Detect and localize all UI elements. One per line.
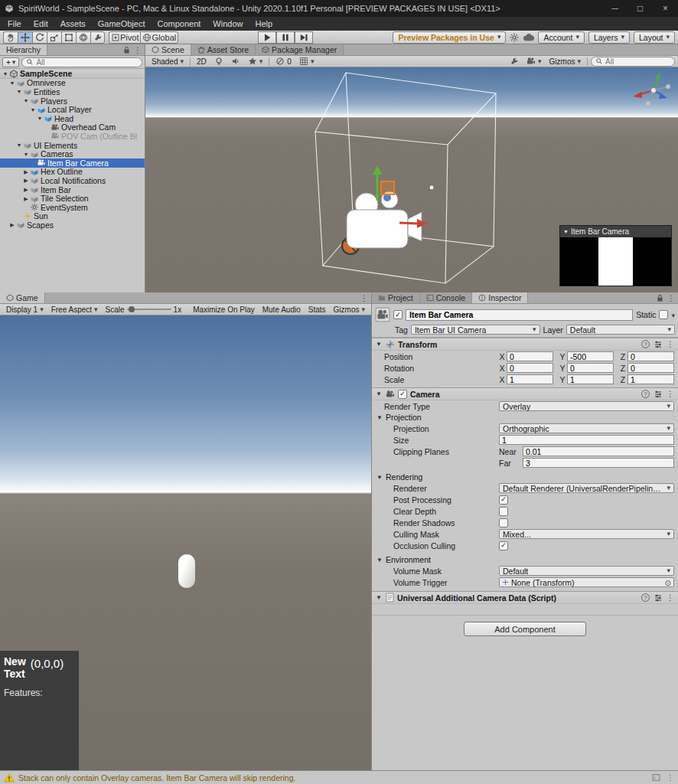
transform-tool-button[interactable] [76,31,90,44]
hierarchy-item[interactable]: UI Elements [0,141,145,150]
hierarchy-item[interactable]: Sun [0,212,145,221]
help-icon[interactable]: ? [641,390,650,398]
account-dropdown[interactable]: Account [538,31,584,44]
hierarchy-item-samplescene[interactable]: SampleScene [0,70,145,79]
menu-assets[interactable]: Assets [54,17,92,31]
projection-section-foldout[interactable]: Projection [372,412,678,423]
pivot-toggle[interactable]: Pivot [109,31,140,44]
presets-icon[interactable] [654,390,663,399]
foldout-arrow-icon[interactable] [8,80,16,86]
foldout-arrow-icon[interactable] [22,152,30,157]
foldout-arrow-icon[interactable] [563,229,569,234]
maximize-on-play-toggle[interactable]: Maximize On Play [190,305,258,315]
hierarchy-item-item-bar-camera[interactable]: Item Bar Camera [0,158,145,168]
hierarchy-item[interactable]: EventSystem [0,203,145,212]
scale-y-field[interactable] [567,374,614,384]
layer-dropdown[interactable]: Default [566,325,675,335]
menu-window[interactable]: Window [207,17,249,31]
hierarchy-item[interactable]: Hex Outline [0,168,145,177]
hierarchy-item[interactable]: POV Cam (Outline Bl [0,132,145,141]
minimize-button[interactable]: ─ [602,0,627,17]
rect-tool-button[interactable] [61,31,76,44]
projection-dropdown[interactable]: Orthographic [499,423,674,433]
camera-preview-header[interactable]: Item Bar Camera [560,226,671,237]
object-picker-icon[interactable] [665,578,671,587]
menu-component[interactable]: Component [151,17,207,31]
foldout-arrow-icon[interactable] [376,557,383,564]
foldout-arrow-icon[interactable] [22,169,30,175]
layout-dropdown[interactable]: Layout [634,31,675,44]
game-viewport[interactable]: NewText (0,0,0) Features: [0,315,371,770]
game-gizmos-dropdown[interactable]: Gizmos [331,305,368,315]
presets-icon[interactable] [654,340,663,349]
cloud-collab-icon[interactable] [523,33,534,42]
additional-camera-data-header[interactable]: Universal Additional Camera Data (Script… [372,591,678,604]
audio-toggle[interactable] [228,57,243,67]
foldout-arrow-icon[interactable] [22,98,30,103]
culling-mask-dropdown[interactable]: Mixed... [499,529,674,539]
menu-edit[interactable]: Edit [28,17,54,31]
rotation-x-field[interactable] [507,363,553,373]
lighting-toggle[interactable] [211,57,227,67]
scene-tools-button[interactable] [507,57,522,67]
foldout-arrow-icon[interactable] [2,71,9,77]
position-z-field[interactable] [627,351,674,361]
menu-gameobject[interactable]: GameObject [92,17,152,31]
console-shortcut-icon[interactable] [652,773,660,782]
foldout-arrow-icon[interactable] [375,341,383,348]
tab-package-manager[interactable]: Package Manager [256,44,344,55]
tab-scene[interactable]: Scene [145,44,191,55]
static-flags-dropdown[interactable] [671,310,675,319]
scale-slider[interactable]: Scale 1x [103,305,185,315]
hierarchy-item[interactable]: Local Player [0,105,145,114]
menu-help[interactable]: Help [249,17,279,31]
rendering-section-foldout[interactable]: Rendering [372,472,678,482]
hierarchy-item[interactable]: Head [0,114,145,123]
environment-section-foldout[interactable]: Environment [372,554,678,565]
hierarchy-item[interactable]: Overhead Cam [0,123,145,132]
hand-tool-button[interactable] [3,31,18,44]
tab-game[interactable]: Game [0,292,45,303]
menu-file[interactable]: File [2,17,28,31]
post-processing-checkbox[interactable]: ✓ [499,495,508,505]
effects-dropdown[interactable] [245,57,266,67]
rotate-tool-button[interactable] [32,31,47,44]
kebab-icon[interactable]: ⋮ [667,773,674,782]
kebab-icon[interactable]: ⋮ [667,593,674,602]
services-icon[interactable] [510,33,519,42]
scene-search-input[interactable]: All [591,57,675,67]
foldout-arrow-icon[interactable] [376,474,383,481]
hierarchy-item[interactable]: Omniverse [0,79,145,88]
step-button[interactable] [295,31,313,44]
gameobject-name-field[interactable] [406,309,633,321]
near-clip-field[interactable] [523,446,674,456]
foldout-arrow-icon[interactable] [8,222,16,227]
add-component-button[interactable]: Add Component [464,622,586,636]
camera-enabled-checkbox[interactable]: ✓ [398,390,407,399]
kebab-icon[interactable]: ⋮ [667,390,674,398]
render-type-dropdown[interactable]: Overlay [499,401,674,411]
tab-asset-store[interactable]: Asset Store [191,44,256,55]
foldout-arrow-icon[interactable] [29,107,37,113]
kebab-icon[interactable]: ⋮ [667,294,675,302]
rotation-z-field[interactable] [627,363,674,373]
scene-gizmos-dropdown[interactable]: Gizmos [546,57,584,67]
axis-orientation-gizmo[interactable] [633,72,670,106]
mute-audio-toggle[interactable]: Mute Audio [259,305,304,315]
hierarchy-item[interactable]: Tile Selection [0,194,145,203]
foldout-arrow-icon[interactable] [22,178,30,183]
volume-trigger-object-field[interactable]: None (Transform) [499,577,674,587]
grid-settings-dropdown[interactable] [296,57,318,67]
help-icon[interactable]: ? [641,593,650,602]
tab-console[interactable]: Console [420,292,473,303]
help-icon[interactable]: ? [641,340,650,348]
scale-tool-button[interactable] [47,31,61,44]
custom-tool-button[interactable] [90,31,105,44]
hierarchy-item[interactable]: Cameras [0,149,145,158]
draw-mode-dropdown[interactable]: Shaded [148,57,187,67]
tab-hierarchy[interactable]: Hierarchy [0,44,47,55]
foldout-arrow-icon[interactable] [15,89,23,94]
occlusion-culling-checkbox[interactable]: ✓ [499,541,508,550]
aspect-dropdown[interactable]: Free Aspect [48,305,101,315]
maximize-button[interactable]: □ [627,0,653,17]
